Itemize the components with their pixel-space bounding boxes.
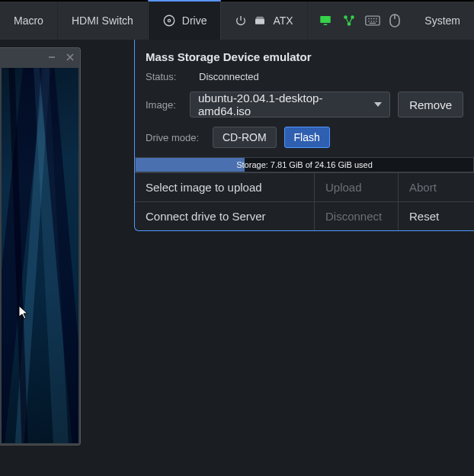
minimize-icon[interactable]	[48, 51, 56, 63]
keyboard-icon	[365, 14, 380, 27]
status-value: Disconnected	[199, 71, 259, 82]
image-label: Image:	[146, 99, 182, 111]
svg-point-5	[344, 15, 348, 19]
drive-panel: Mass Storage Device emulator Status: Dis…	[134, 40, 474, 231]
network-icon	[342, 14, 356, 27]
image-select[interactable]: ubuntu-20.04.1-desktop-amd64.iso	[190, 92, 390, 117]
panel-title: Mass Storage Device emulator	[146, 50, 463, 63]
storage-bar-label: Storage: 7.81 GiB of 24.16 GiB used	[136, 158, 473, 172]
tab-atx[interactable]: ATX	[221, 2, 307, 40]
svg-point-0	[164, 15, 175, 26]
status-label: Status:	[146, 71, 191, 82]
upload-button: Upload	[314, 173, 398, 201]
connect-row: Connect drive to Server Disconnect Reset	[135, 202, 474, 230]
remove-button[interactable]: Remove	[398, 92, 463, 117]
disc-icon	[162, 14, 176, 27]
svg-point-6	[351, 15, 355, 19]
image-selected-value: ubuntu-20.04.1-desktop-amd64.iso	[198, 92, 374, 117]
cursor-icon	[18, 305, 30, 323]
storage-bar: Storage: 7.81 GiB of 24.16 GiB used	[135, 157, 474, 172]
remote-desktop-view[interactable]	[2, 68, 78, 443]
mode-cdrom-button[interactable]: CD-ROM	[213, 127, 277, 148]
mouse-icon	[389, 14, 400, 27]
mode-flash-button[interactable]: Flash	[284, 127, 330, 148]
power-icon	[235, 14, 247, 27]
reset-button[interactable]: Reset	[398, 202, 474, 230]
tab-hdmi-label: HDMI Switch	[72, 14, 133, 27]
abort-button: Abort	[398, 173, 474, 201]
svg-point-7	[347, 22, 351, 26]
svg-point-1	[168, 19, 170, 21]
drive-mode-label: Drive mode:	[146, 132, 205, 143]
drive-mode-row: Drive mode: CD-ROM Flash	[146, 127, 463, 148]
tab-macro[interactable]: Macro	[0, 2, 58, 40]
remote-desktop-window	[0, 47, 81, 445]
tab-hdmi-switch[interactable]: HDMI Switch	[58, 2, 148, 40]
svg-rect-2	[255, 19, 264, 24]
svg-rect-3	[321, 16, 331, 23]
remote-window-titlebar	[0, 48, 80, 66]
status-row: Status: Disconnected	[146, 71, 463, 82]
tab-drive-label: Drive	[182, 14, 207, 27]
image-row: Image: ubuntu-20.04.1-desktop-amd64.iso …	[146, 92, 463, 117]
top-menu-bar: Macro HDMI Switch Drive ATX	[0, 0, 474, 40]
svg-rect-4	[324, 24, 328, 26]
svg-rect-8	[366, 16, 380, 25]
connect-drive-button[interactable]: Connect drive to Server	[135, 202, 314, 230]
monitor-icon	[318, 14, 333, 27]
chevron-down-icon	[374, 102, 382, 107]
status-icon-group	[312, 2, 411, 40]
tab-atx-label: ATX	[273, 14, 293, 27]
tab-system-label: System	[424, 14, 460, 27]
hdd-icon	[253, 14, 267, 27]
tab-macro-label: Macro	[14, 14, 43, 27]
tab-system[interactable]: System	[411, 2, 474, 40]
close-icon[interactable]	[66, 51, 74, 63]
disconnect-button: Disconnect	[314, 202, 398, 230]
action-table: Select image to upload Upload Abort Conn…	[135, 172, 474, 230]
select-image-button[interactable]: Select image to upload	[135, 173, 314, 201]
upload-row: Select image to upload Upload Abort	[135, 173, 474, 202]
tab-drive[interactable]: Drive	[148, 0, 222, 40]
